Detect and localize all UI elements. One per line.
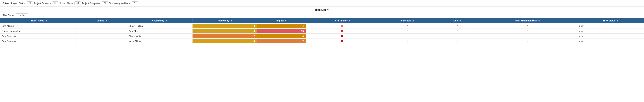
cell-cost: ✕ [437,23,478,28]
col-risk-mitigation-plan-sort-icon: ⇅ [538,20,540,22]
cell-cost: ✕ [437,34,478,39]
col-impact-sort-icon: ⇅ [285,20,286,22]
title-row: Risk List ▼ [0,7,644,12]
filter-project-category: Project Category: All [34,2,58,5]
cell-probability: 3 [192,28,257,34]
table-row: Zeta MiningShaun Rollins34✕✕✕✕new [0,23,644,28]
col-impact-label: Impact [276,19,284,22]
cell-probability: 4 [192,39,257,44]
col-source-label: Source [96,19,104,22]
col-project-name[interactable]: Project Name ⇅ [0,18,76,23]
cell-performance: ✕ [306,34,378,39]
col-source[interactable]: Source ⇅ [76,18,127,23]
cell-schedule: ✕ [378,23,437,28]
cell-schedule: ✕ [378,34,437,39]
risk-status-bar: Risk Status: 2 Values [0,12,644,18]
col-risk-mitigation-plan-label: Risk Mitigation Plan [516,19,537,22]
filter-task-assignee: Task Assignee Name: All [109,2,138,5]
col-schedule-label: Schedule [401,19,411,22]
cell-risk-mitigation-plan: ✕ [478,23,578,28]
filter-project-name: Project Name: All [60,2,81,5]
col-cost-label: Cost [454,19,458,22]
filter-project-category-btn[interactable]: All [52,2,58,5]
cell-created-by: Chuck White [127,34,192,39]
filters-bar: Filters: Project Status: All Project Cat… [0,0,644,7]
cell-impact: 3 [257,34,306,39]
cell-impact: 13 [257,28,306,34]
cell-risk-mitigation-plan: ✕ [478,28,578,34]
col-performance-label: Performance [334,19,348,22]
filter-project-status-btn[interactable]: All [27,2,33,5]
col-probability[interactable]: Probability ⇅ [192,18,257,23]
cell-risk-status: new [578,34,644,39]
risk-status-label: Risk Status: [2,14,14,17]
col-risk-status[interactable]: Risk Status ⇅ [578,18,644,23]
cell-schedule: ✕ [378,28,437,34]
cell-schedule: ✕ [378,39,437,44]
col-schedule-sort-icon: ⇅ [412,20,414,22]
cell-risk-mitigation-plan: ✕ [478,34,578,39]
col-performance[interactable]: Performance ⇅ [306,18,378,23]
filters-label: Filters: [2,2,10,5]
cell-source [76,39,127,44]
filter-project-name-btn[interactable]: All [74,2,80,5]
col-created-by-label: Created By [152,19,164,22]
risk-status-values-badge[interactable]: 2 Values [16,13,28,17]
cell-performance: ✕ [306,28,378,34]
col-cost[interactable]: Cost ⇅ [437,18,478,23]
risk-table: Project Name ⇅ Source ⇅ Created By ⇅ Pro… [0,18,644,44]
table-row: Beta SystemsChuck White73✕✕✕✕new [0,34,644,39]
page-title: Risk List [315,8,326,11]
col-probability-label: Probability [218,19,229,22]
filter-project-category-label: Project Category: [34,2,51,5]
col-source-sort-icon: ⇅ [106,20,107,22]
cell-cost: ✕ [437,39,478,44]
cell-project-name: Zeta Mining [0,23,76,28]
cell-probability: 3 [192,23,257,28]
cell-project-name: Omega Ironworks [0,28,76,34]
cell-impact: 4 [257,23,306,28]
filter-project-status-label: Project Status: [11,2,26,5]
col-risk-status-sort-icon: ⇅ [617,20,618,22]
col-project-name-sort-icon: ⇅ [46,20,47,22]
cell-impact: 7 [257,39,306,44]
col-project-name-label: Project Name [30,19,44,22]
col-risk-mitigation-plan[interactable]: Risk Mitigation Plan ⇅ [478,18,578,23]
filter-task-assignee-btn[interactable]: All [132,2,138,5]
title-dropdown-arrow[interactable]: ▼ [327,9,329,11]
filter-project-status: Project Status: All [11,2,33,5]
cell-risk-status: new [578,28,644,34]
cell-probability: 7 [192,34,257,39]
col-cost-sort-icon: ⇅ [460,20,461,22]
col-risk-status-label: Risk Status [603,19,616,22]
cell-performance: ✕ [306,39,378,44]
col-created-by-sort-icon: ⇅ [166,20,167,22]
cell-risk-status: new [578,39,644,44]
cell-risk-mitigation-plan: ✕ [478,39,578,44]
filter-project-completed: Project Completed: All [82,2,108,5]
risk-table-container: Project Name ⇅ Source ⇅ Created By ⇅ Pro… [0,18,644,44]
cell-risk-status: new [578,23,644,28]
cell-source [76,28,127,34]
cell-project-name: Beta Systems [0,39,76,44]
filter-task-assignee-label: Task Assignee Name: [109,2,131,5]
col-impact[interactable]: Impact ⇅ [257,18,306,23]
cell-project-name: Beta Systems [0,34,76,39]
cell-created-by: Kevin Tillman [127,39,192,44]
cell-created-by: Amy Morris [127,28,192,34]
filter-project-completed-btn[interactable]: All [102,2,108,5]
col-created-by[interactable]: Created By ⇅ [127,18,192,23]
cell-source [76,23,127,28]
col-probability-sort-icon: ⇅ [230,20,232,22]
col-performance-sort-icon: ⇅ [349,20,350,22]
filter-project-completed-label: Project Completed: [82,2,101,5]
cell-source [76,34,127,39]
cell-performance: ✕ [306,23,378,28]
cell-created-by: Shaun Rollins [127,23,192,28]
table-header-row: Project Name ⇅ Source ⇅ Created By ⇅ Pro… [0,18,644,23]
filter-project-name-label: Project Name: [60,2,74,5]
cell-cost: ✕ [437,28,478,34]
col-schedule[interactable]: Schedule ⇅ [378,18,437,23]
table-row: Omega IronworksAmy Morris313✕✕✕✕new [0,28,644,34]
table-row: Beta SystemsKevin Tillman47✕✕✕✕new [0,39,644,44]
